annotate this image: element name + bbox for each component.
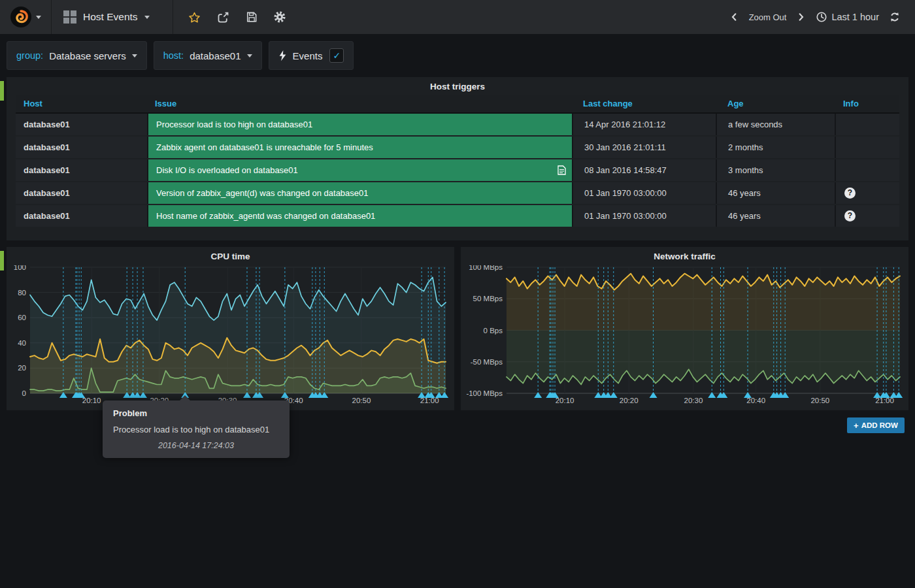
variable-host-dropdown[interactable]: host: database01: [154, 41, 262, 70]
trigger-last-change: 01 Jan 1970 03:00:00: [572, 182, 716, 204]
cpu-time-panel: CPU time 10080604020020:1020:2020:3020:4…: [7, 247, 454, 410]
zoom-out-button[interactable]: Zoom Out: [749, 12, 787, 22]
trigger-info: ?: [835, 182, 899, 204]
trigger-last-change: 08 Jan 2016 14:58:47: [572, 159, 716, 181]
variable-group-label: group:: [16, 50, 43, 61]
panel-title[interactable]: Network traffic: [461, 247, 908, 265]
events-checkbox[interactable]: ✓: [329, 48, 344, 63]
triggers-table-header: HostIssueLast changeAgeInfo: [16, 95, 899, 114]
star-button[interactable]: [188, 10, 201, 24]
dashboard-actions: [173, 10, 286, 24]
chevron-down-icon: [132, 54, 137, 57]
svg-text:40: 40: [18, 339, 26, 347]
variable-group-dropdown[interactable]: group: Database servers: [7, 41, 147, 70]
network-traffic-chart[interactable]: 100 MBps50 MBps0 Bps-50 MBps-100 MBps20:…: [461, 265, 908, 410]
trigger-host: database01: [16, 114, 147, 135]
chevron-right-icon: [796, 11, 806, 23]
trigger-info: [835, 137, 899, 158]
svg-text:20:20: 20:20: [620, 397, 639, 404]
trigger-age: a few seconds: [716, 114, 835, 135]
save-button[interactable]: [245, 10, 258, 24]
trigger-host: database01: [16, 137, 147, 158]
add-row-button[interactable]: + ADD ROW: [847, 417, 905, 433]
trigger-row: database01Processor load is too high on …: [16, 114, 899, 135]
annotation-tooltip: Problem Processor load is too high on da…: [103, 400, 290, 458]
trigger-issue[interactable]: Processor load is too high on database01: [147, 114, 572, 135]
time-controls: Zoom Out Last 1 hour: [729, 11, 915, 23]
navbar: Host Events: [0, 0, 915, 34]
column-header-age[interactable]: Age: [716, 95, 835, 112]
variable-host-value: database01: [190, 50, 241, 61]
trigger-issue[interactable]: Disk I/O is overloaded on database01: [147, 159, 572, 181]
settings-button[interactable]: [273, 10, 286, 24]
tooltip-text: Processor load is too high on database01: [113, 425, 279, 434]
question-icon[interactable]: ?: [844, 210, 856, 221]
trigger-row: database01Disk I/O is overloaded on data…: [16, 159, 899, 181]
svg-text:20:30: 20:30: [684, 397, 703, 404]
row-handle[interactable]: [0, 251, 4, 270]
svg-text:0: 0: [22, 389, 26, 397]
trigger-host: database01: [16, 159, 147, 181]
document-icon[interactable]: [557, 165, 566, 175]
variable-host-label: host:: [163, 50, 184, 61]
svg-text:100: 100: [14, 265, 26, 271]
svg-text:100 MBps: 100 MBps: [469, 265, 503, 271]
trigger-age: 2 months: [716, 137, 835, 158]
svg-text:20:50: 20:50: [352, 397, 371, 404]
svg-text:60: 60: [18, 314, 26, 321]
trigger-info: [835, 159, 899, 181]
grafana-dashboard: Host Events: [0, 0, 915, 588]
refresh-button[interactable]: [889, 11, 901, 23]
column-header-last-change[interactable]: Last change: [572, 95, 716, 112]
time-shift-back-button[interactable]: [729, 11, 739, 23]
add-row-label: ADD ROW: [861, 421, 898, 429]
chevron-down-icon: [247, 54, 252, 57]
dashboard-grid-icon: [63, 10, 76, 24]
trigger-last-change: 01 Jan 1970 03:00:00: [572, 205, 716, 227]
trigger-age: 46 years: [716, 205, 835, 227]
tooltip-arrow: [179, 395, 191, 401]
trigger-age: 3 months: [716, 159, 835, 181]
trigger-info: [835, 114, 899, 135]
clock-icon: [816, 11, 827, 23]
network-traffic-panel: Network traffic 100 MBps50 MBps0 Bps-50 …: [461, 247, 908, 410]
star-icon: [188, 10, 201, 24]
grafana-logo-icon: [10, 6, 32, 28]
question-icon[interactable]: ?: [844, 188, 856, 199]
column-header-host[interactable]: Host: [16, 95, 147, 112]
svg-text:50 MBps: 50 MBps: [473, 295, 503, 302]
row-handle[interactable]: [0, 81, 4, 101]
chevron-left-icon: [729, 11, 739, 23]
chevron-down-icon: [144, 16, 150, 19]
trigger-row: database01Zabbix agent on database01 is …: [16, 137, 899, 158]
cpu-time-chart[interactable]: 10080604020020:1020:2020:3020:4020:5021:…: [7, 265, 454, 410]
refresh-icon: [889, 11, 901, 23]
gear-icon: [273, 10, 286, 24]
tooltip-title: Problem: [113, 408, 279, 418]
column-header-info[interactable]: Info: [835, 95, 899, 112]
save-icon: [245, 10, 258, 24]
share-button[interactable]: [216, 10, 230, 24]
column-header-issue[interactable]: Issue: [147, 95, 572, 112]
trigger-age: 46 years: [716, 182, 835, 204]
grafana-menu-button[interactable]: [0, 0, 52, 34]
trigger-info: ?: [835, 205, 899, 227]
time-picker[interactable]: Last 1 hour: [816, 11, 879, 23]
svg-text:-100 MBps: -100 MBps: [466, 389, 503, 397]
dashboard-title-dropdown[interactable]: Host Events: [52, 0, 173, 34]
plus-icon: +: [854, 421, 859, 431]
events-toggle[interactable]: Events ✓: [269, 41, 354, 70]
panel-title[interactable]: Host triggers: [7, 77, 908, 95]
svg-text:-50 MBps: -50 MBps: [471, 358, 503, 366]
time-shift-forward-button[interactable]: [796, 11, 806, 23]
panel-title[interactable]: CPU time: [7, 247, 454, 265]
variable-group-value: Database servers: [49, 50, 126, 61]
events-label: Events: [293, 50, 323, 61]
share-icon: [216, 10, 230, 24]
trigger-issue[interactable]: Zabbix agent on database01 is unreachabl…: [147, 137, 572, 158]
svg-text:20:50: 20:50: [810, 397, 829, 404]
trigger-row: database01Version of zabbix_agent(d) was…: [16, 182, 899, 204]
trigger-issue[interactable]: Host name of zabbix_agentd was changed o…: [147, 205, 572, 227]
trigger-issue[interactable]: Version of zabbix_agent(d) was changed o…: [147, 182, 572, 204]
host-triggers-panel: Host triggers HostIssueLast changeAgeInf…: [7, 77, 908, 240]
